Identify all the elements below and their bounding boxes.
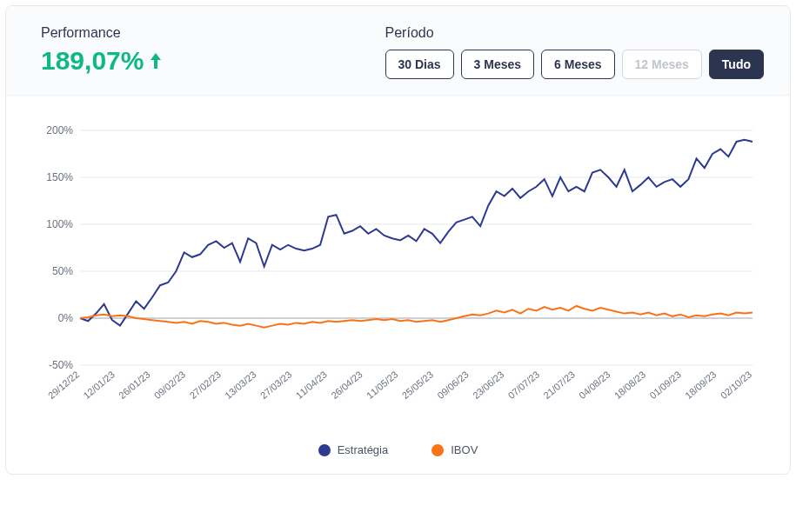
svg-text:27/02/23: 27/02/23	[188, 369, 224, 401]
svg-text:27/03/23: 27/03/23	[258, 369, 294, 401]
svg-text:200%: 200%	[46, 124, 73, 136]
svg-text:29/12/22: 29/12/22	[46, 369, 82, 401]
svg-text:02/10/23: 02/10/23	[719, 369, 754, 401]
performance-card: Performance 189,07% Período 30 Dias 3 Me…	[5, 5, 791, 475]
legend-item-estrategia: Estratégia	[318, 443, 389, 456]
svg-text:23/06/23: 23/06/23	[471, 369, 506, 401]
period-12meses-button: 12 Meses	[622, 50, 702, 79]
performance-value-row: 189,07%	[41, 46, 163, 76]
svg-text:0%: 0%	[58, 312, 74, 324]
svg-text:18/09/23: 18/09/23	[683, 369, 719, 401]
svg-text:-50%: -50%	[49, 359, 73, 371]
period-3meses-button[interactable]: 3 Meses	[461, 50, 534, 79]
svg-text:150%: 150%	[46, 171, 73, 183]
dot-icon	[431, 444, 444, 456]
legend-label: Estratégia	[338, 443, 389, 456]
svg-text:01/09/23: 01/09/23	[647, 369, 683, 401]
svg-text:09/06/23: 09/06/23	[435, 369, 471, 401]
svg-text:21/07/23: 21/07/23	[541, 369, 577, 401]
performance-block: Performance 189,07%	[41, 25, 163, 76]
svg-text:07/07/23: 07/07/23	[506, 369, 542, 401]
period-30dias-button[interactable]: 30 Dias	[385, 50, 454, 79]
arrow-up-icon	[149, 51, 163, 70]
chart-area: -50%0%50%100%150%200%29/12/2212/01/2326/…	[6, 96, 790, 435]
svg-text:12/01/23: 12/01/23	[81, 369, 117, 401]
performance-value: 189,07%	[41, 46, 144, 76]
svg-text:11/05/23: 11/05/23	[365, 369, 400, 401]
legend: Estratégia IBOV	[6, 435, 790, 474]
svg-text:04/08/23: 04/08/23	[577, 369, 612, 401]
period-buttons: 30 Dias 3 Meses 6 Meses 12 Meses Tudo	[385, 50, 764, 79]
svg-text:09/02/23: 09/02/23	[152, 369, 188, 401]
legend-label: IBOV	[451, 443, 478, 456]
period-6meses-button[interactable]: 6 Meses	[541, 50, 614, 79]
svg-text:26/04/23: 26/04/23	[329, 369, 365, 401]
svg-text:18/08/23: 18/08/23	[612, 369, 648, 401]
svg-text:100%: 100%	[46, 218, 73, 230]
period-block: Período 30 Dias 3 Meses 6 Meses 12 Meses…	[385, 25, 764, 79]
period-tudo-button[interactable]: Tudo	[709, 50, 764, 79]
svg-text:13/03/23: 13/03/23	[223, 369, 258, 401]
performance-chart: -50%0%50%100%150%200%29/12/2212/01/2326/…	[32, 113, 766, 426]
header: Performance 189,07% Período 30 Dias 3 Me…	[6, 6, 790, 96]
svg-text:11/04/23: 11/04/23	[294, 369, 330, 401]
svg-text:25/05/23: 25/05/23	[400, 369, 436, 401]
period-label: Período	[385, 25, 764, 41]
legend-item-ibov: IBOV	[431, 443, 478, 456]
svg-text:26/01/23: 26/01/23	[117, 369, 152, 401]
dot-icon	[318, 444, 331, 456]
performance-label: Performance	[41, 25, 163, 41]
svg-text:50%: 50%	[52, 265, 73, 277]
